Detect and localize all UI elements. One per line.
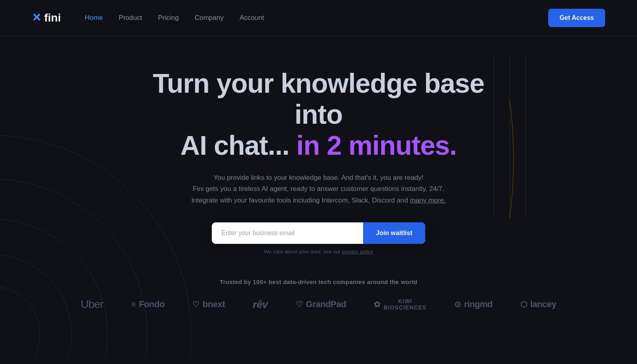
logo-bnext: ♡ bnext — [192, 299, 225, 309]
form-privacy-text: We care about your data; see our privacy… — [264, 249, 373, 255]
rev-label: rêv — [253, 298, 268, 311]
trusted-section: Trusted by 100+ best data-driven tech co… — [0, 278, 637, 311]
lancey-icon: ⬡ — [520, 300, 527, 309]
nav-link-product[interactable]: Product — [119, 14, 142, 21]
navbar: ✕ fini Home Product Pricing Company Acco… — [0, 0, 637, 36]
nav-link-pricing[interactable]: Pricing — [158, 14, 179, 21]
trusted-title: Trusted by 100+ best data-driven tech co… — [0, 278, 637, 285]
nav-link-home[interactable]: Home — [85, 14, 103, 21]
kiwi-label: KIWIBIOSCIENCES — [384, 298, 426, 311]
nav-links: Home Product Pricing Company Account — [85, 14, 264, 22]
email-input[interactable] — [212, 222, 363, 244]
hero-title: Turn your knowledge base into AI chat...… — [139, 68, 498, 161]
logo-rev: rêv — [253, 298, 268, 311]
grandpad-icon: ♡ — [296, 300, 303, 309]
privacy-policy-link[interactable]: privacy policy — [342, 249, 373, 255]
lancey-label: lancey — [530, 299, 557, 309]
kiwi-icon: ✿ — [374, 300, 381, 309]
nav-item-home[interactable]: Home — [85, 14, 103, 22]
hero-section: Turn your knowledge base into AI chat...… — [0, 36, 637, 255]
logo-uber: Uber — [81, 298, 104, 311]
fondo-label: Fondo — [139, 299, 165, 309]
hero-title-line2: AI chat... — [180, 130, 289, 160]
hero-subtitle-line1: You provide links to your knowledge base… — [213, 174, 423, 181]
logo-grandpad: ♡ GrandPad — [296, 299, 346, 309]
hero-title-highlight: in 2 minutes. — [296, 130, 457, 160]
hero-subtitle-line2: Fini gets you a tireless AI agent, ready… — [193, 185, 444, 193]
nav-item-account[interactable]: Account — [240, 14, 264, 22]
logo-ringmd: ⊙ ringmd — [454, 299, 492, 309]
bnext-label: bnext — [203, 299, 225, 309]
nav-item-product[interactable]: Product — [119, 14, 142, 22]
nav-link-company[interactable]: Company — [195, 14, 224, 21]
fondo-icon: ≡ — [131, 300, 135, 309]
nav-item-pricing[interactable]: Pricing — [158, 14, 179, 22]
nav-link-account[interactable]: Account — [240, 14, 264, 21]
ringmd-icon: ⊙ — [454, 300, 461, 309]
ringmd-label: ringmd — [464, 299, 493, 309]
nav-item-company[interactable]: Company — [195, 14, 224, 22]
logo-icon: ✕ — [32, 11, 41, 24]
grandpad-label: GrandPad — [306, 299, 346, 309]
hero-subtitle-link[interactable]: many more. — [410, 197, 446, 204]
logo-text: fini — [44, 12, 61, 24]
logo[interactable]: ✕ fini — [32, 11, 61, 24]
logo-kiwi: ✿ KIWIBIOSCIENCES — [374, 298, 426, 311]
logo-lancey: ⬡ lancey — [520, 299, 556, 309]
logo-fondo: ≡ Fondo — [131, 299, 164, 309]
bnext-icon: ♡ — [192, 300, 199, 309]
navbar-right: Get Access — [548, 9, 605, 27]
navbar-left: ✕ fini Home Product Pricing Company Acco… — [32, 11, 264, 24]
privacy-prefix: We care about your data; see our — [264, 249, 342, 255]
hero-title-line1: Turn your knowledge base into — [153, 68, 484, 129]
uber-label: Uber — [81, 298, 104, 311]
join-waitlist-button[interactable]: Join waitlist — [363, 222, 425, 244]
hero-subtitle: You provide links to your knowledge base… — [191, 172, 446, 207]
get-access-button[interactable]: Get Access — [548, 9, 605, 27]
company-logo-strip: Uber ≡ Fondo ♡ bnext rêv ♡ GrandPad ✿ KI… — [0, 298, 637, 311]
email-form: Join waitlist — [212, 222, 425, 244]
hero-subtitle-line3: Integrate with your favourite tools incl… — [191, 197, 410, 204]
